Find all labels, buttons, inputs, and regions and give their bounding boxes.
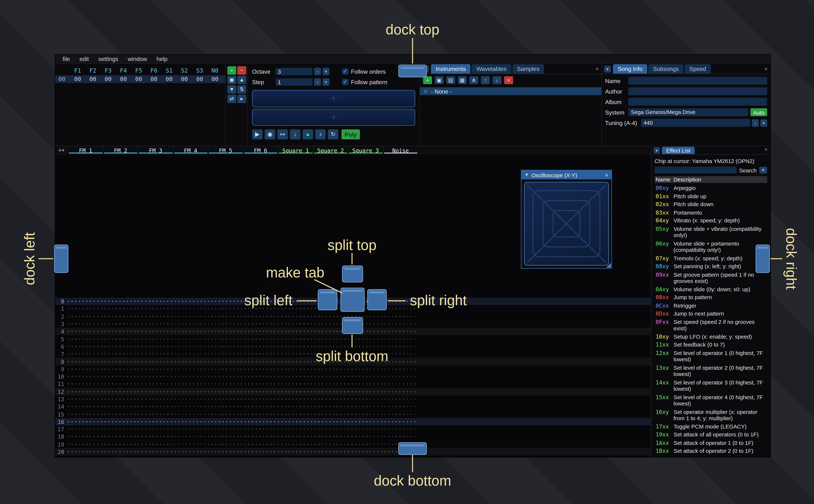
pattern-row-18[interactable]: 18: [55, 433, 651, 440]
play-button[interactable]: ▶: [252, 129, 262, 139]
effect-row-19xx[interactable]: 19xxSet attack of all operators (0 to 1F…: [655, 431, 767, 439]
effect-row-06xy[interactable]: 06xyVolume slide + portamento (compatibi…: [655, 239, 767, 254]
orders-value-cell[interactable]: 00: [192, 76, 207, 83]
effect-list-tab[interactable]: Effect List: [662, 147, 695, 154]
step-one-row-button[interactable]: ↓: [290, 129, 300, 139]
follow-orders-checkbox[interactable]: ✓ Follow orders: [342, 68, 385, 74]
dock-top-target[interactable]: [398, 65, 427, 77]
author-input[interactable]: [628, 87, 767, 95]
metronome-button[interactable]: ♪: [315, 129, 326, 139]
collapse-icon[interactable]: ▼: [525, 172, 529, 177]
resize-grip[interactable]: [606, 263, 611, 268]
close-icon[interactable]: ×: [764, 66, 768, 72]
pattern-row-5[interactable]: 5: [55, 335, 651, 343]
split-left-target[interactable]: [318, 289, 337, 310]
menu-item-help[interactable]: help: [152, 56, 172, 62]
channel-header-fm-5[interactable]: FM 5: [208, 146, 243, 154]
open-instrument-button[interactable]: ▤: [446, 76, 455, 84]
repeat-pattern-button[interactable]: ↻: [328, 129, 338, 139]
orders-value-cell[interactable]: 00: [116, 76, 131, 83]
close-icon[interactable]: ×: [605, 172, 608, 178]
pattern-row-17[interactable]: 17: [55, 426, 651, 433]
pattern-row-15[interactable]: 15: [55, 410, 651, 418]
step-decrease-button[interactable]: -: [314, 78, 321, 85]
split-bottom-target[interactable]: [342, 317, 363, 334]
expand-channels-button[interactable]: ++: [55, 146, 68, 154]
play-from-cursor-button[interactable]: ↦: [277, 129, 288, 139]
effect-row-15xx[interactable]: 15xxSet level of operator 4 (0 highest, …: [655, 393, 767, 408]
effect-row-16xy[interactable]: 16xySet operator multiplier (x: operator…: [655, 408, 767, 422]
channel-header-fm-2[interactable]: FM 2: [103, 146, 138, 154]
instruments-tab-samples[interactable]: Samples: [512, 64, 544, 74]
move-instrument-up-button[interactable]: ↑: [481, 76, 490, 84]
menu-item-edit[interactable]: edit: [75, 56, 94, 62]
tab-list-icon[interactable]: ▼: [604, 66, 611, 73]
step-increase-button[interactable]: +: [322, 78, 329, 85]
effect-row-0Bxx[interactable]: 0BxxJump to pattern: [655, 293, 767, 301]
reorder-button[interactable]: ⇅: [237, 85, 246, 94]
effect-row-01xx[interactable]: 01xxPitch slide up: [655, 192, 767, 200]
tuning-input[interactable]: 440: [641, 119, 750, 127]
pattern-row-19[interactable]: 19: [55, 440, 651, 448]
effect-row-04xy[interactable]: 04xyVibrato (x: speed; y: depth): [655, 216, 767, 225]
effect-row-02xx[interactable]: 02xxPitch slide down: [655, 200, 767, 208]
auto-system-button[interactable]: Auto: [751, 108, 767, 116]
duplicate-order-button[interactable]: ▣: [227, 76, 236, 84]
channel-header-square-3[interactable]: Square 3: [348, 146, 383, 154]
duplicate-instrument-button[interactable]: ▣: [435, 76, 444, 84]
hamburger-menu-icon[interactable]: ≡: [759, 167, 767, 174]
octave-input[interactable]: 3: [276, 68, 312, 75]
dock-bottom-target[interactable]: [398, 442, 427, 455]
split-right-target[interactable]: [367, 289, 387, 310]
channel-header-fm-6[interactable]: FM 6: [243, 146, 278, 154]
save-instrument-button[interactable]: ▦: [458, 76, 467, 84]
channel-header-fm-3[interactable]: FM 3: [138, 146, 173, 154]
dock-left-target[interactable]: [54, 244, 68, 273]
add-order-button[interactable]: +: [227, 66, 236, 75]
effect-row-14xx[interactable]: 14xxSet level of operator 3 (0 highest, …: [655, 378, 767, 393]
close-icon[interactable]: ×: [595, 66, 599, 72]
step-input[interactable]: 1: [276, 78, 312, 85]
pattern-row-10[interactable]: 10: [55, 373, 651, 380]
orders-value-cell[interactable]: 00: [131, 76, 146, 83]
effect-search-input[interactable]: [655, 167, 737, 174]
effect-row-03xx[interactable]: 03xxPortamento: [655, 208, 767, 216]
song-info-tab-subsongs[interactable]: Subsongs: [648, 64, 684, 74]
tuning-increase-button[interactable]: +: [760, 119, 767, 127]
effect-row-13xx[interactable]: 13xxSet level of operator 2 (0 highest, …: [655, 363, 767, 378]
octave-decrease-button[interactable]: -: [314, 68, 321, 75]
system-input[interactable]: Sega Genesis/Mega Drive: [628, 108, 748, 116]
play-pattern-button[interactable]: ◉: [265, 129, 275, 139]
close-icon[interactable]: ×: [764, 146, 768, 153]
move-order-down-button[interactable]: ▼: [227, 85, 236, 94]
effect-row-12xx[interactable]: 12xxSet level of operator 1 (0 highest, …: [655, 349, 767, 363]
orders-row[interactable]: 0000000000000000000000: [55, 75, 225, 83]
edit-record-button[interactable]: ●: [302, 129, 313, 139]
pattern-row-12[interactable]: 12: [55, 388, 651, 395]
effect-row-10xy[interactable]: 10xySetup LFO (x: enable; y: speed): [655, 333, 767, 341]
poly-button[interactable]: Poly: [341, 129, 360, 139]
tuning-decrease-button[interactable]: -: [752, 119, 759, 127]
remove-order-button[interactable]: −: [237, 66, 246, 75]
pattern-row-14[interactable]: 14: [55, 403, 651, 410]
orders-value-cell[interactable]: 00: [85, 76, 100, 83]
menu-item-window[interactable]: window: [123, 56, 152, 62]
follow-pattern-checkbox[interactable]: ✓ Follow pattern: [342, 79, 387, 85]
name-input[interactable]: [628, 77, 767, 85]
effect-row-09xx[interactable]: 09xxSet groove pattern (speed 1 if no gr…: [655, 270, 767, 285]
dock-right-target[interactable]: [756, 244, 770, 273]
song-info-tab-song-info[interactable]: Song Info: [613, 64, 647, 74]
effect-row-1Cxx[interactable]: 1CxxSet attack of operator 3 (0 to 1F): [655, 455, 767, 456]
pattern-row-20[interactable]: 20: [55, 448, 651, 456]
orders-value-cell[interactable]: 00: [161, 76, 177, 83]
pattern-row-9[interactable]: 9: [55, 365, 651, 373]
orders-value-cell[interactable]: 00: [177, 76, 192, 83]
menu-item-file[interactable]: file: [58, 56, 75, 62]
pattern-row-13[interactable]: 13: [55, 395, 651, 403]
move-order-up-button[interactable]: ▲: [237, 76, 246, 84]
effect-row-0Cxx[interactable]: 0CxxRetrigger: [655, 301, 767, 309]
orders-value-cell[interactable]: 00: [70, 76, 85, 83]
add-instrument-button[interactable]: +: [423, 76, 432, 84]
instruments-tab-instruments[interactable]: Instruments: [431, 64, 471, 74]
instrument-none-item[interactable]: ○ - None -: [420, 87, 602, 95]
